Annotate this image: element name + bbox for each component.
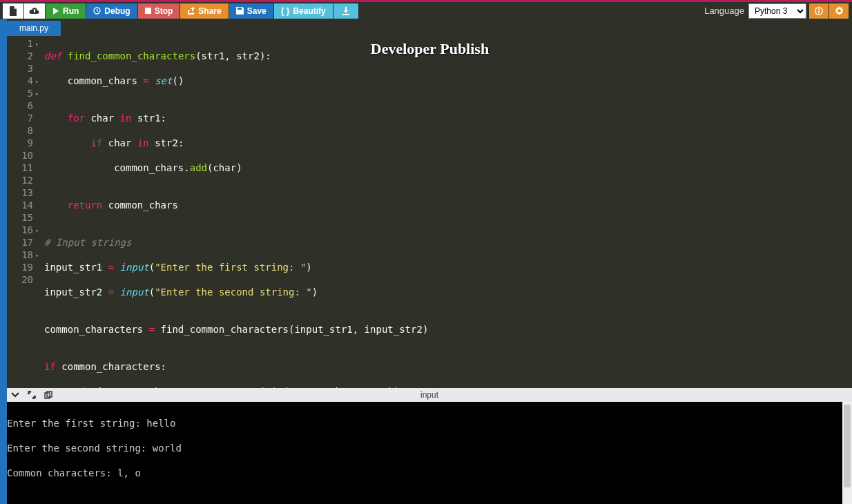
toolbar: Run Debug Stop Share Save { } Beautify L… xyxy=(0,0,852,19)
collapse-icon[interactable] xyxy=(7,391,23,398)
download-button[interactable] xyxy=(333,3,358,19)
stop-icon xyxy=(145,8,151,14)
tab-bar: main.py xyxy=(7,19,852,36)
console-title: input xyxy=(420,390,438,400)
save-label: Save xyxy=(247,6,267,16)
share-button[interactable]: Share xyxy=(180,3,228,19)
console-header: input xyxy=(7,388,852,402)
svg-point-4 xyxy=(818,8,820,10)
debug-label: Debug xyxy=(104,6,130,16)
new-file-button[interactable] xyxy=(3,3,23,19)
language-select[interactable]: Python 3 xyxy=(748,3,806,19)
console-scrollbar[interactable] xyxy=(842,402,852,504)
copy-icon[interactable] xyxy=(40,391,57,399)
info-button[interactable] xyxy=(809,3,829,19)
info-icon xyxy=(815,7,823,15)
play-icon xyxy=(52,8,59,14)
file-icon xyxy=(9,6,17,16)
code-area[interactable]: def find_common_characters(str1, str2): … xyxy=(40,36,852,388)
beautify-label: Beautify xyxy=(293,6,325,16)
braces-icon: { } xyxy=(281,6,290,16)
debug-button[interactable]: Debug xyxy=(86,3,137,19)
settings-button[interactable] xyxy=(829,3,849,19)
tab-main-py[interactable]: main.py xyxy=(7,21,61,36)
upload-button[interactable] xyxy=(24,3,45,19)
svg-rect-3 xyxy=(818,10,820,13)
code-editor[interactable]: 1 2 3 4 5 6 7 8 9 10 11 12 13 14 15 16 1… xyxy=(7,36,852,388)
run-label: Run xyxy=(63,6,79,16)
scrollbar-thumb[interactable] xyxy=(844,405,851,487)
save-button[interactable]: Save xyxy=(229,3,273,19)
console-line: Enter the first string: hello xyxy=(7,417,842,429)
save-icon xyxy=(236,7,244,14)
left-sidebar[interactable] xyxy=(0,19,7,504)
stop-label: Stop xyxy=(155,6,173,16)
share-label: Share xyxy=(198,6,221,16)
console-output[interactable]: Enter the first string: hello Enter the … xyxy=(7,402,842,504)
stop-button[interactable]: Stop xyxy=(138,3,180,19)
clock-icon xyxy=(93,7,101,14)
svg-rect-1 xyxy=(145,8,151,14)
share-icon xyxy=(187,7,195,14)
run-button[interactable]: Run xyxy=(46,3,86,19)
download-icon xyxy=(342,7,350,15)
language-label: Language xyxy=(704,6,744,16)
beautify-button[interactable]: { } Beautify xyxy=(274,3,333,19)
gear-icon xyxy=(835,6,844,15)
line-gutter: 1 2 3 4 5 6 7 8 9 10 11 12 13 14 15 16 1… xyxy=(7,36,40,388)
console-line: Enter the second string: world xyxy=(7,442,842,454)
cloud-upload-icon xyxy=(29,7,40,15)
console-line: Common characters: l, o xyxy=(7,467,842,479)
expand-icon[interactable] xyxy=(23,391,40,399)
